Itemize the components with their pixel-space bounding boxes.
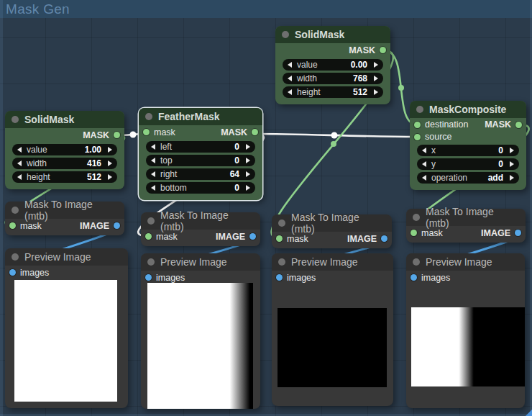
widget-left[interactable]: left 0 bbox=[146, 141, 255, 153]
arrow-left-icon[interactable] bbox=[17, 174, 22, 180]
arrow-left-icon[interactable] bbox=[151, 185, 155, 191]
mask-input-port[interactable] bbox=[145, 233, 152, 240]
arrow-left-icon[interactable] bbox=[151, 144, 155, 150]
collapse-dot-icon[interactable] bbox=[282, 31, 289, 38]
node-title-bar[interactable]: Preview Image bbox=[141, 253, 260, 271]
node-title-bar[interactable]: Preview Image bbox=[5, 248, 128, 266]
node-title-bar[interactable]: FeatherMask bbox=[139, 108, 262, 125]
widget-top[interactable]: top 0 bbox=[146, 155, 255, 166]
image-output-port[interactable] bbox=[114, 222, 120, 229]
collapse-dot-icon[interactable] bbox=[147, 258, 155, 266]
node-maskcomposite[interactable]: MaskComposite destination MASK source x … bbox=[410, 101, 526, 190]
arrow-right-icon[interactable] bbox=[108, 147, 112, 153]
arrow-left-icon[interactable] bbox=[151, 171, 155, 177]
arrow-left-icon[interactable] bbox=[288, 89, 292, 95]
collapse-dot-icon[interactable] bbox=[12, 116, 19, 123]
widget-width[interactable]: width 768 bbox=[283, 73, 383, 84]
arrow-right-icon[interactable] bbox=[246, 144, 250, 150]
arrow-right-icon[interactable] bbox=[374, 89, 378, 95]
mask-output-port[interactable] bbox=[380, 47, 386, 53]
node-graph-canvas[interactable]: Mask Gen SolidMask MASK bbox=[0, 0, 532, 416]
arrow-left-icon[interactable] bbox=[422, 175, 426, 181]
mask-input-port[interactable] bbox=[411, 230, 417, 236]
widget-operation[interactable]: operation add bbox=[417, 172, 519, 184]
destination-input-port[interactable] bbox=[414, 122, 421, 128]
widget-y[interactable]: y 0 bbox=[417, 158, 519, 170]
link-dot[interactable] bbox=[130, 132, 137, 138]
arrow-right-icon[interactable] bbox=[246, 158, 250, 163]
node-feathermask[interactable]: FeatherMask mask MASK left 0 top 0 right… bbox=[139, 108, 262, 200]
node-solidmask-left[interactable]: SolidMask MASK value 1.00 width 416 heig… bbox=[5, 111, 124, 189]
collapse-dot-icon[interactable] bbox=[413, 258, 420, 266]
node-solidmask-top[interactable]: SolidMask MASK value 0.00 width 768 heig… bbox=[275, 26, 390, 104]
mask-input-port[interactable] bbox=[9, 222, 16, 229]
mask-output-port[interactable] bbox=[114, 132, 120, 138]
image-output-port[interactable] bbox=[381, 235, 387, 242]
widget-x[interactable]: x 0 bbox=[417, 145, 519, 156]
arrow-left-icon[interactable] bbox=[422, 161, 426, 167]
arrow-right-icon[interactable] bbox=[374, 62, 378, 68]
node-title-bar[interactable]: MaskComposite bbox=[410, 101, 526, 118]
collapse-dot-icon[interactable] bbox=[278, 258, 285, 266]
images-input-port[interactable] bbox=[9, 269, 16, 276]
mask-output-port[interactable] bbox=[252, 129, 258, 135]
images-input-port[interactable] bbox=[276, 274, 283, 281]
arrow-left-icon[interactable] bbox=[288, 62, 292, 68]
node-preview-3[interactable]: Preview Image images bbox=[272, 253, 393, 406]
image-output-port[interactable] bbox=[515, 230, 521, 236]
arrow-right-icon[interactable] bbox=[246, 171, 250, 177]
source-input-port[interactable] bbox=[414, 134, 421, 140]
canvas-resize-handle-icon[interactable] bbox=[526, 410, 532, 416]
widget-height[interactable]: height 512 bbox=[283, 86, 383, 98]
mask-input-port[interactable] bbox=[276, 235, 283, 242]
arrow-left-icon[interactable] bbox=[17, 147, 22, 153]
widget-width[interactable]: width 416 bbox=[12, 158, 117, 169]
link-dot[interactable] bbox=[398, 85, 404, 91]
node-masktoimage-3[interactable]: Mask To Image (mtb) mask IMAGE bbox=[272, 214, 392, 248]
images-input-port[interactable] bbox=[145, 274, 152, 281]
arrow-right-icon[interactable] bbox=[510, 175, 514, 181]
arrow-left-icon[interactable] bbox=[422, 148, 426, 153]
mask-output-port[interactable] bbox=[515, 122, 522, 128]
widget-value[interactable]: value 0.00 bbox=[283, 59, 383, 71]
node-title-bar[interactable]: Preview Image bbox=[272, 253, 393, 271]
arrow-right-icon[interactable] bbox=[374, 76, 378, 81]
arrow-left-icon[interactable] bbox=[151, 158, 155, 163]
collapse-dot-icon[interactable] bbox=[147, 217, 155, 225]
node-title-bar[interactable]: Mask To Image (mtb) bbox=[5, 202, 124, 219]
node-preview-4[interactable]: Preview Image images bbox=[406, 253, 525, 408]
widget-value[interactable]: value 1.00 bbox=[12, 144, 117, 155]
mask-input-port[interactable] bbox=[143, 129, 150, 135]
node-title-bar[interactable]: Mask To Image (mtb) bbox=[141, 212, 260, 230]
collapse-dot-icon[interactable] bbox=[416, 106, 423, 113]
arrow-left-icon[interactable] bbox=[288, 76, 292, 81]
node-title-bar[interactable]: Mask To Image (mtb) bbox=[272, 214, 392, 232]
collapse-dot-icon[interactable] bbox=[145, 113, 152, 120]
link-dot[interactable] bbox=[331, 132, 338, 139]
node-masktoimage-2[interactable]: Mask To Image (mtb) mask IMAGE bbox=[141, 212, 260, 246]
arrow-right-icon[interactable] bbox=[108, 160, 112, 166]
widget-bottom[interactable]: bottom 0 bbox=[146, 182, 255, 194]
collapse-dot-icon[interactable] bbox=[413, 214, 420, 221]
collapse-dot-icon[interactable] bbox=[12, 253, 19, 261]
arrow-right-icon[interactable] bbox=[510, 161, 514, 167]
node-title-bar[interactable]: SolidMask bbox=[275, 26, 390, 43]
widget-height[interactable]: height 512 bbox=[12, 171, 117, 183]
node-title-bar[interactable]: SolidMask bbox=[5, 111, 124, 128]
arrow-right-icon[interactable] bbox=[246, 185, 250, 191]
arrow-right-icon[interactable] bbox=[108, 174, 112, 180]
arrow-right-icon[interactable] bbox=[510, 148, 514, 153]
node-preview-2[interactable]: Preview Image images bbox=[141, 253, 260, 409]
collapse-dot-icon[interactable] bbox=[12, 207, 19, 214]
node-masktoimage-1[interactable]: Mask To Image (mtb) mask IMAGE bbox=[5, 202, 124, 235]
image-output-port[interactable] bbox=[249, 233, 256, 240]
node-masktoimage-4[interactable]: Mask To Image (mtb) mask IMAGE bbox=[406, 209, 526, 243]
arrow-left-icon[interactable] bbox=[17, 160, 22, 166]
link-dot[interactable] bbox=[331, 141, 336, 147]
images-input-port[interactable] bbox=[411, 274, 417, 281]
node-title-bar[interactable]: Preview Image bbox=[406, 253, 525, 271]
node-preview-1[interactable]: Preview Image images bbox=[5, 248, 128, 408]
widget-right[interactable]: right 64 bbox=[146, 168, 255, 180]
node-title-bar[interactable]: Mask To Image (mtb) bbox=[406, 209, 526, 226]
collapse-dot-icon[interactable] bbox=[278, 220, 285, 227]
